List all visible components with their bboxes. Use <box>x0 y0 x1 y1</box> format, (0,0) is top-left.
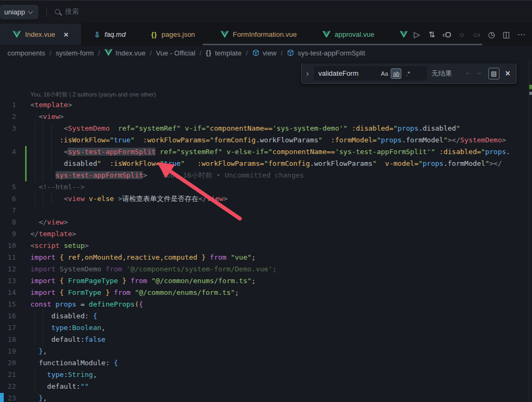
code-text[interactable]: default:"" <box>30 381 532 392</box>
code-text[interactable]: import { FormType } from "@/common/enums… <box>30 287 532 299</box>
breadcrumb-item-view[interactable]: view <box>252 49 277 57</box>
code-text[interactable]: import { FromPageType } from "@/common/e… <box>30 275 532 287</box>
run-button[interactable]: ▷ <box>410 28 423 42</box>
code-text[interactable]: const props = defineProps({ <box>30 299 532 310</box>
line-number[interactable]: 2 <box>12 112 16 120</box>
line-number[interactable]: 23 <box>7 394 16 402</box>
line-number[interactable]: 6 <box>12 195 16 203</box>
line-number[interactable]: 15 <box>7 300 16 308</box>
breadcrumb-item-Index.vue[interactable]: Index.vue <box>104 49 146 57</box>
open-changes-icon[interactable]: ‹O <box>440 28 453 42</box>
find-expand-chevron[interactable]: › <box>305 69 310 78</box>
previous-match-button[interactable]: › <box>462 69 471 78</box>
code-text[interactable]: type:String, <box>30 369 532 381</box>
close-find-icon[interactable]: × <box>504 69 512 78</box>
line-number[interactable]: 18 <box>7 335 16 343</box>
line-number[interactable]: 21 <box>7 371 16 379</box>
match-case-toggle[interactable]: Aa <box>379 68 390 79</box>
compare-changes-icon[interactable]: ⇅ <box>425 28 438 42</box>
tab-FlowInfo.vu[interactable]: FlowInfo.vu <box>387 23 407 45</box>
line-number[interactable]: 11 <box>7 253 16 261</box>
breadcrumb-item-Vue - Official[interactable]: Vue - Official <box>156 49 196 57</box>
indent-guide <box>35 310 35 322</box>
code-text[interactable]: sys-test-appFormSplit>You, 16小时前 • Uncom… <box>30 170 532 181</box>
find-in-selection-toggle[interactable]: ▤ <box>488 68 499 79</box>
code-text[interactable]: type:Boolean, <box>30 322 532 334</box>
next-match-button[interactable]: › <box>475 69 485 78</box>
code-text[interactable] <box>30 205 532 216</box>
code-text[interactable]: <view> <box>30 111 532 123</box>
close-tab-icon[interactable]: × <box>63 30 68 39</box>
chevron-down-icon <box>28 9 33 14</box>
breadcrumb-item-sys-test-appFormSplit[interactable]: sys-test-appFormSplit <box>287 49 365 57</box>
tab-label: faq.md <box>104 30 126 38</box>
code-line: 4 <sys-test-appFormSplit ref="systemRef"… <box>0 146 532 158</box>
tab-Index.vue[interactable]: Index.vue× <box>0 23 81 45</box>
tab-scrollbar[interactable] <box>203 44 482 45</box>
indent-guide <box>43 134 43 146</box>
project-menu-button[interactable]: uniapp <box>0 5 38 19</box>
line-number[interactable]: 5 <box>12 183 16 191</box>
code-text[interactable]: disabled: { <box>30 310 532 322</box>
line-number[interactable]: 17 <box>7 324 16 332</box>
line-number[interactable]: 16 <box>7 312 16 320</box>
tab-approval.vue[interactable]: approval.vue <box>310 23 387 45</box>
circle-outline-icon[interactable]: ○ <box>455 28 468 42</box>
indent-guide <box>43 193 43 205</box>
codelens-text[interactable]: You, 16小时前 | 2 authors (yaoyn and one ot… <box>30 90 532 99</box>
breadcrumb-item-template[interactable]: {}template <box>206 49 241 57</box>
tab-pages.json[interactable]: {}pages.json <box>139 23 208 45</box>
line-number[interactable]: 12 <box>7 265 16 273</box>
code-text[interactable]: <script setup> <box>30 240 532 252</box>
more-actions-icon[interactable]: ⋯ <box>515 28 528 42</box>
indent-guide <box>35 170 35 181</box>
code-text[interactable]: functionalModule: { <box>30 357 532 369</box>
code-text[interactable]: <SystemDemo ref="systemRef" v-if="compon… <box>30 123 532 134</box>
line-number[interactable]: 9 <box>12 230 16 238</box>
line-number[interactable]: 20 <box>7 359 16 367</box>
line-number[interactable]: 7 <box>12 206 16 214</box>
breadcrumb-label: view <box>263 49 277 57</box>
whole-word-toggle[interactable]: ab <box>391 68 401 79</box>
code-text[interactable]: }, <box>30 345 532 357</box>
code-text[interactable]: </template> <box>30 228 532 240</box>
gutter: 18 <box>0 334 30 345</box>
line-number[interactable]: 1 <box>12 101 16 109</box>
code-text[interactable]: }, <box>30 392 532 402</box>
code-text[interactable]: import { ref,onMounted,reactive,computed… <box>30 252 532 263</box>
code-text[interactable]: disabled" :isWorkFlow="true" :workFlowPa… <box>30 158 532 170</box>
line-number[interactable]: 22 <box>7 382 16 390</box>
line-number[interactable]: 4 <box>12 148 16 156</box>
tab-faq.md[interactable]: ⇩faq.md <box>81 23 138 45</box>
circle-arrow-icon[interactable]: ○› <box>470 28 483 42</box>
code-text[interactable]: <template> <box>30 99 532 111</box>
tab-FormInformation.vue[interactable]: FormInformation.vue <box>208 23 310 45</box>
history-icon[interactable]: ◷ <box>485 28 498 42</box>
code-text[interactable]: <sys-test-appFormSplit ref="systemRef" v… <box>30 146 532 158</box>
braces-icon: {} <box>206 49 212 57</box>
code-text[interactable]: <!--html--> <box>30 181 532 193</box>
find-input-box[interactable]: Aa ab .* <box>314 66 427 81</box>
statusbar-fragment <box>0 393 4 402</box>
overview-ruler[interactable] <box>529 60 532 402</box>
code-text[interactable]: import SystemDemo from '@/components/sys… <box>30 263 532 275</box>
line-number[interactable]: 3 <box>12 124 16 132</box>
code-text[interactable]: :isWorkFlow="true" :workFlowParams="form… <box>30 134 532 146</box>
line-number[interactable]: 19 <box>7 347 16 355</box>
line-number[interactable]: 8 <box>12 218 16 226</box>
line-number[interactable]: 14 <box>7 288 16 296</box>
indent-guide <box>35 158 35 170</box>
regex-toggle[interactable]: .* <box>402 68 413 79</box>
split-editor-icon[interactable]: ◫ <box>500 28 513 42</box>
breadcrumb-item-system-form[interactable]: system-form <box>55 49 94 57</box>
global-search-box[interactable]: 搜索 <box>55 7 79 17</box>
code-text[interactable]: default:false <box>30 334 532 345</box>
find-query-input[interactable] <box>318 69 378 77</box>
line-number[interactable]: 10 <box>7 242 16 250</box>
code-text[interactable]: <view v-else >请检查表单文件是否存在</view> <box>30 193 532 205</box>
code-line: disabled" :isWorkFlow="true" :workFlowPa… <box>0 158 532 170</box>
line-number[interactable]: 13 <box>7 277 16 285</box>
gutter: 1 <box>0 99 30 111</box>
breadcrumb-item-components[interactable]: components <box>7 49 45 57</box>
code-text[interactable]: </view> <box>30 216 532 228</box>
